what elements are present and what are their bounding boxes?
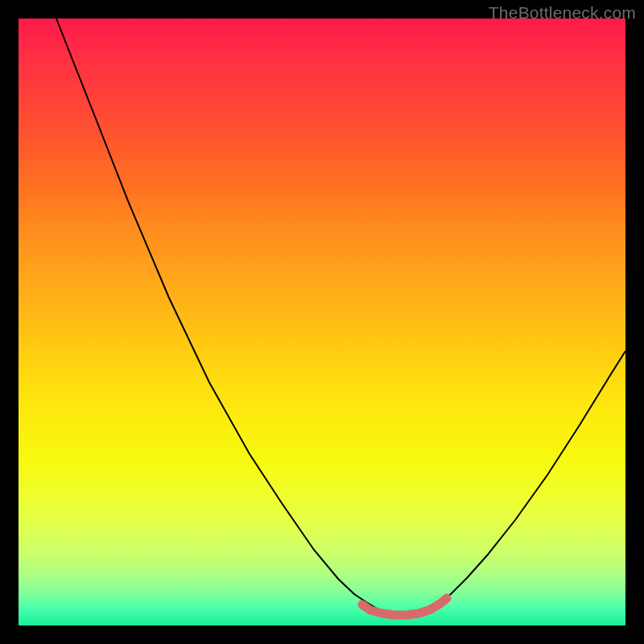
watermark-text: TheBottleneck.com [489,3,636,23]
gradient-plot-area [19,19,625,625]
